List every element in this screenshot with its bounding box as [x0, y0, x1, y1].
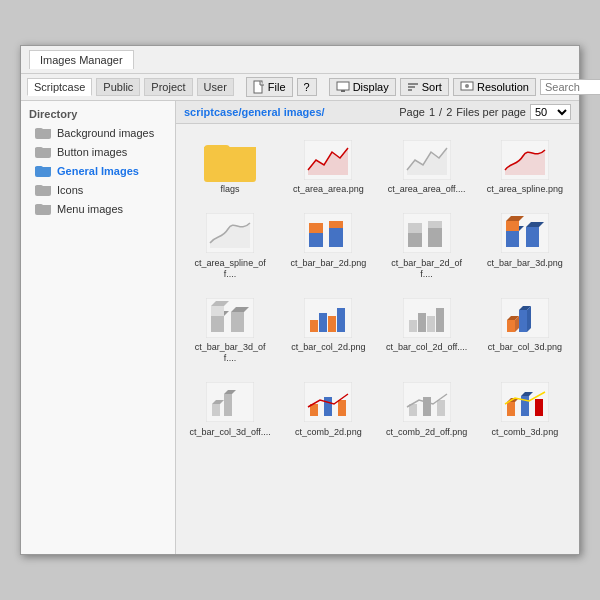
file-label: ct_area_area.png [293, 184, 364, 195]
file-label: ct_comb_2d_off.png [386, 427, 467, 438]
files-per-page-label: Files per page [456, 106, 526, 118]
help-label: ? [304, 81, 310, 93]
svg-rect-68 [423, 397, 431, 416]
svg-rect-19 [329, 228, 343, 247]
sidebar-item-label: Icons [57, 184, 83, 196]
sidebar-item-label: Button images [57, 146, 127, 158]
sort-icon [407, 81, 419, 93]
sidebar-item-label: General Images [57, 165, 139, 177]
file-label: ct_area_spline_off.... [189, 258, 271, 280]
top-toolbar: Scriptcase Public Project User File ? Di… [21, 74, 579, 101]
tab-project[interactable]: Project [144, 78, 192, 96]
file-item[interactable]: flags [184, 132, 276, 200]
page-label: Page [399, 106, 425, 118]
file-icon-comb-2d [302, 380, 354, 425]
svg-rect-47 [418, 313, 426, 332]
resolution-icon [460, 81, 474, 93]
file-item[interactable]: ct_bar_col_2d.png [282, 290, 374, 369]
search-box[interactable] [540, 79, 600, 95]
svg-rect-43 [328, 316, 336, 332]
svg-rect-46 [409, 320, 417, 332]
file-item[interactable]: ct_comb_2d.png [282, 375, 374, 443]
svg-rect-49 [436, 308, 444, 332]
sidebar-item-button[interactable]: Button images [21, 142, 175, 161]
sidebar: Directory Background images Button image… [21, 101, 176, 554]
tab-public[interactable]: Public [96, 78, 140, 96]
sidebar-item-menu[interactable]: Menu images [21, 199, 175, 218]
file-item[interactable]: ct_comb_2d_off.png [381, 375, 473, 443]
sidebar-item-icons[interactable]: Icons [21, 180, 175, 199]
search-input[interactable] [545, 81, 600, 93]
svg-rect-71 [507, 402, 515, 416]
sidebar-header: Directory [21, 105, 175, 123]
file-item[interactable]: ct_bar_col_2d_off.... [381, 290, 473, 369]
svg-rect-36 [211, 306, 224, 316]
page-info: Page 1 / 2 Files per page 50 100 [399, 104, 571, 120]
chart-icon [304, 382, 352, 422]
file-icon-bar-col-3d-off [204, 380, 256, 425]
chart-icon [501, 213, 549, 253]
file-item[interactable]: ct_bar_bar_3d.png [479, 206, 571, 285]
page-separator: / [439, 106, 442, 118]
file-item[interactable]: ct_bar_col_3d_off.... [184, 375, 276, 443]
file-label: ct_area_spline.png [487, 184, 563, 195]
file-icon-area-area [302, 137, 354, 182]
window-tab[interactable]: Images Manager [29, 50, 134, 69]
svg-rect-24 [428, 228, 442, 247]
file-icon-comb-3d [499, 380, 551, 425]
sort-button[interactable]: Sort [400, 78, 449, 96]
svg-marker-56 [527, 306, 531, 332]
file-item[interactable]: ct_bar_bar_2d_off.... [381, 206, 473, 285]
main-window: Images Manager Scriptcase Public Project… [20, 45, 580, 555]
svg-rect-25 [428, 221, 442, 228]
svg-rect-29 [506, 221, 519, 231]
file-icon-bar-col-2d-off [401, 295, 453, 340]
chart-icon [403, 298, 451, 338]
title-bar: Images Manager [21, 46, 579, 74]
file-label: ct_bar_bar_3d_off.... [189, 342, 271, 364]
resolution-button[interactable]: Resolution [453, 78, 536, 96]
page-total: 2 [446, 106, 452, 118]
file-item[interactable]: ct_area_area.png [282, 132, 374, 200]
sidebar-item-general[interactable]: General Images [21, 161, 175, 180]
file-item[interactable]: ct_bar_bar_2d.png [282, 206, 374, 285]
file-item[interactable]: ct_bar_bar_3d_off.... [184, 290, 276, 369]
tab-user[interactable]: User [197, 78, 234, 96]
files-per-page-select[interactable]: 50 100 [530, 104, 571, 120]
file-item[interactable]: ct_comb_3d.png [479, 375, 571, 443]
sidebar-item-label: Background images [57, 127, 154, 139]
chart-icon [304, 140, 352, 180]
content-area: scriptcase/general images/ Page 1 / 2 Fi… [176, 101, 579, 554]
file-item[interactable]: ct_area_area_off.... [381, 132, 473, 200]
svg-rect-64 [324, 397, 332, 416]
folder-icon [35, 183, 51, 196]
file-label: ct_bar_col_2d.png [291, 342, 365, 353]
file-icon-bar-bar-2d [302, 211, 354, 256]
chart-icon [304, 213, 352, 253]
svg-rect-22 [408, 233, 422, 247]
chart-icon [501, 140, 549, 180]
svg-rect-51 [507, 320, 515, 332]
file-label: ct_area_area_off.... [388, 184, 466, 195]
file-item[interactable]: ct_area_spline_off.... [184, 206, 276, 285]
file-button[interactable]: File [246, 77, 293, 97]
help-button[interactable]: ? [297, 78, 317, 96]
file-grid: flags ct_area_area.png [176, 124, 579, 554]
display-label: Display [353, 81, 389, 93]
chart-icon [206, 213, 254, 253]
file-item[interactable]: ct_bar_col_3d.png [479, 290, 571, 369]
svg-rect-27 [506, 231, 519, 247]
file-label: ct_bar_bar_2d_off.... [386, 258, 468, 280]
svg-rect-54 [519, 310, 527, 332]
chart-icon [501, 382, 549, 422]
folder-icon-active [35, 164, 51, 177]
file-item[interactable]: ct_area_spline.png [479, 132, 571, 200]
display-button[interactable]: Display [329, 78, 396, 96]
sidebar-item-background[interactable]: Background images [21, 123, 175, 142]
svg-rect-18 [309, 223, 323, 233]
svg-point-7 [465, 84, 469, 88]
file-label: flags [221, 184, 240, 195]
content-path: scriptcase/general images/ [184, 106, 325, 118]
tab-scriptcase[interactable]: Scriptcase [27, 78, 92, 96]
svg-rect-41 [310, 320, 318, 332]
